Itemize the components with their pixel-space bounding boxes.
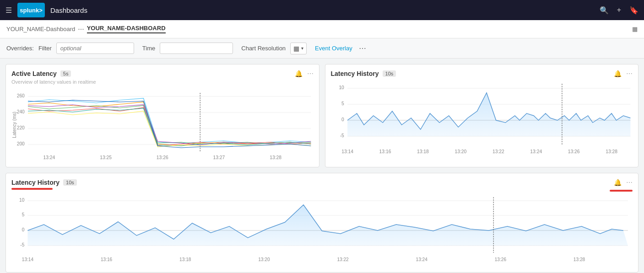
layout-toggle-icon[interactable]: ▦ (632, 26, 638, 32)
svg-text:13:24: 13:24 (416, 257, 428, 262)
panel-header: Latency History 10s 🔔 ⋯ (11, 179, 633, 186)
svg-text:240: 240 (17, 109, 25, 114)
svg-text:260: 260 (17, 93, 25, 98)
more-icon[interactable]: ⋯ (626, 179, 633, 186)
more-icon[interactable]: ⋯ (307, 70, 314, 77)
panel-badge: 10s (383, 70, 396, 77)
panel-icons: 🔔 ⋯ (614, 70, 633, 77)
svg-text:Latency (ms): Latency (ms) (12, 112, 17, 138)
filter-input[interactable] (56, 43, 134, 54)
main-content: Active Latency 5s 🔔 ⋯ Overview of latenc… (0, 59, 644, 273)
chart-res-caret-icon: ▾ (301, 46, 303, 51)
panel-title: Active Latency (11, 70, 57, 77)
bell-icon[interactable]: 🔔 (614, 179, 622, 186)
svg-text:5: 5 (22, 212, 25, 217)
svg-text:13:22: 13:22 (337, 257, 349, 262)
chart-res-icon: ▦ (293, 45, 299, 52)
panel-header: Latency History 10s 🔔 ⋯ (331, 70, 633, 77)
hamburger-icon[interactable]: ☰ (5, 6, 12, 15)
svg-text:13:28: 13:28 (270, 155, 281, 160)
svg-text:13:18: 13:18 (417, 149, 429, 154)
active-latency-panel: Active Latency 5s 🔔 ⋯ Overview of latenc… (5, 64, 319, 167)
chart-resolution-dropdown[interactable]: ▦ ▾ (290, 43, 307, 54)
svg-text:13:16: 13:16 (379, 149, 391, 154)
overrides-label: Overrides: (6, 45, 34, 52)
filter-label: Filter (38, 45, 52, 52)
panel-title: Latency History (11, 179, 60, 186)
svg-text:13:14: 13:14 (341, 149, 353, 154)
svg-text:5: 5 (341, 101, 344, 106)
breadcrumb-item[interactable]: YOUR_NAME-Dashboard (6, 26, 75, 32)
active-latency-chart: 260 240 220 200 Latency (ms) (11, 88, 314, 161)
bookmark-icon[interactable]: 🔖 (629, 6, 639, 15)
svg-text:13:28: 13:28 (574, 257, 585, 262)
svg-text:13:26: 13:26 (568, 149, 579, 154)
panel-header: Active Latency 5s 🔔 ⋯ (11, 70, 314, 77)
svg-text:10: 10 (19, 198, 25, 203)
search-icon[interactable]: 🔍 (600, 6, 609, 15)
svg-text:13:14: 13:14 (22, 257, 34, 262)
bell-icon[interactable]: 🔔 (295, 70, 303, 77)
overrides-more-icon[interactable]: ⋯ (359, 44, 366, 53)
svg-text:13:25: 13:25 (100, 155, 112, 160)
nav-icons: 🔍 + 🔖 (600, 6, 639, 15)
svg-text:200: 200 (17, 141, 25, 146)
time-input[interactable] (160, 43, 233, 54)
svg-text:-5: -5 (340, 133, 344, 138)
red-bars (11, 188, 633, 193)
splunk-logo: splunk> (17, 3, 45, 17)
breadcrumb-current: YOUR_NAME-DASHBOARD (87, 25, 166, 33)
svg-text:13:22: 13:22 (492, 149, 504, 154)
top-nav: ☰ splunk> Dashboards 🔍 + 🔖 (0, 0, 644, 20)
event-overlay-button[interactable]: Event Overlay (315, 45, 352, 52)
latency-history-panel-top: Latency History 10s 🔔 ⋯ 10 5 0 -5 (325, 64, 639, 167)
red-bar-right (610, 190, 633, 192)
nav-title: Dashboards (50, 6, 594, 14)
overrides-bar: Overrides: Filter Time Chart Resolution … (0, 38, 644, 59)
svg-text:13:20: 13:20 (455, 149, 466, 154)
svg-text:0: 0 (22, 227, 25, 232)
svg-text:13:28: 13:28 (606, 149, 617, 154)
latency-history-panel-bottom: Latency History 10s 🔔 ⋯ 10 5 0 -5 (5, 173, 639, 273)
svg-text:13:24: 13:24 (43, 155, 55, 160)
svg-text:10: 10 (339, 85, 344, 90)
panel-icons: 🔔 ⋯ (295, 70, 314, 77)
breadcrumb-dots[interactable]: ··· (78, 25, 84, 33)
panel-subtitle: Overview of latency values in realtime (11, 79, 314, 85)
breadcrumb-bar: YOUR_NAME-Dashboard ··· YOUR_NAME-DASHBO… (0, 20, 644, 38)
svg-text:0: 0 (341, 117, 344, 122)
chart-res-label: Chart Resolution (241, 45, 286, 52)
more-icon[interactable]: ⋯ (626, 70, 633, 77)
svg-text:13:26: 13:26 (157, 155, 168, 160)
svg-text:-5: -5 (20, 242, 24, 247)
svg-text:13:26: 13:26 (495, 257, 507, 262)
red-bar-left (11, 188, 53, 190)
time-label: Time (142, 45, 155, 52)
panel-badge: 10s (63, 179, 77, 186)
svg-text:13:16: 13:16 (101, 257, 113, 262)
panel-icons: 🔔 ⋯ (614, 179, 633, 186)
svg-text:13:20: 13:20 (258, 257, 270, 262)
svg-marker-41 (27, 205, 628, 246)
bell-icon[interactable]: 🔔 (614, 70, 622, 77)
panel-title: Latency History (331, 70, 379, 77)
latency-history-chart-bottom: 10 5 0 -5 (11, 193, 633, 267)
svg-text:13:18: 13:18 (179, 257, 191, 262)
svg-text:220: 220 (17, 125, 25, 130)
panel-badge: 5s (60, 70, 71, 77)
latency-history-chart-top: 10 5 0 -5 (331, 79, 633, 159)
add-icon[interactable]: + (617, 6, 621, 14)
svg-text:13:27: 13:27 (213, 155, 225, 160)
svg-text:13:24: 13:24 (530, 149, 542, 154)
